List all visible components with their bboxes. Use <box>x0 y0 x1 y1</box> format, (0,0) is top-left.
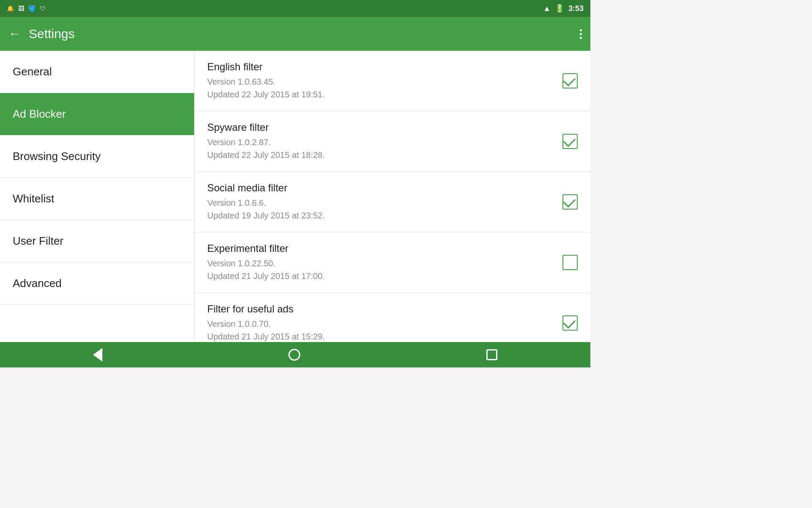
checkbox-container-social-media-filter[interactable] <box>562 194 578 210</box>
checkbox-english-filter[interactable] <box>562 73 578 88</box>
filter-item-experimental-filter: Experimental filterVersion 1.0.22.50. Up… <box>195 232 590 293</box>
filter-info-experimental-filter: Experimental filterVersion 1.0.22.50. Up… <box>207 243 554 282</box>
bucket-icon: 🪣 <box>28 5 36 12</box>
checkbox-spyware-filter[interactable] <box>562 134 578 149</box>
filter-meta-experimental-filter: Version 1.0.22.50. Updated 21 July 2015 … <box>207 257 554 282</box>
back-button[interactable]: ← <box>8 27 20 41</box>
main-content: General Ad Blocker Browsing Security Whi… <box>0 51 590 342</box>
content-panel: English filterVersion 1.0.63.45. Updated… <box>195 51 590 342</box>
home-circle-icon <box>288 349 300 361</box>
checkbox-container-experimental-filter[interactable] <box>562 255 578 270</box>
filter-name-social-media-filter: Social media filter <box>207 182 554 194</box>
sidebar-item-whitelist[interactable]: Whitelist <box>0 178 194 220</box>
sidebar-item-browsing-security[interactable]: Browsing Security <box>0 135 194 178</box>
sidebar-item-general[interactable]: General <box>0 51 194 93</box>
filter-item-spyware-filter: Spyware filterVersion 1.0.2.87. Updated … <box>195 111 590 172</box>
sidebar-item-advanced[interactable]: Advanced <box>0 262 194 305</box>
filter-meta-social-media-filter: Version 1.0.6.6. Updated 19 July 2015 at… <box>207 196 554 222</box>
shield-icon: 🛡 <box>40 5 46 12</box>
page-title: Settings <box>29 27 580 41</box>
filter-name-spyware-filter: Spyware filter <box>207 121 554 133</box>
status-bar: 🔔 🖼 🪣 🛡 ▲ 🔋 3:53 <box>0 0 590 17</box>
checkbox-useful-ads-filter[interactable] <box>562 315 578 331</box>
battery-icon: 🔋 <box>555 4 564 13</box>
filter-item-useful-ads-filter: Filter for useful adsVersion 1.0.0.70. U… <box>195 293 590 342</box>
filter-info-social-media-filter: Social media filterVersion 1.0.6.6. Upda… <box>207 182 554 222</box>
back-triangle-icon <box>93 348 102 362</box>
filter-meta-english-filter: Version 1.0.63.45. Updated 22 July 2015 … <box>207 75 554 101</box>
more-options-button[interactable] <box>580 29 582 39</box>
checkbox-container-english-filter[interactable] <box>562 73 578 88</box>
checkbox-container-spyware-filter[interactable] <box>562 134 578 149</box>
sidebar-item-user-filter[interactable]: User Filter <box>0 220 194 262</box>
bottom-nav <box>0 342 590 367</box>
nav-back-button[interactable] <box>93 348 102 362</box>
toolbar: ← Settings <box>0 17 590 51</box>
filter-item-social-media-filter: Social media filterVersion 1.0.6.6. Upda… <box>195 172 590 232</box>
filter-item-english-filter: English filterVersion 1.0.63.45. Updated… <box>195 51 590 111</box>
clock: 3:53 <box>568 4 584 13</box>
filter-info-spyware-filter: Spyware filterVersion 1.0.2.87. Updated … <box>207 121 554 161</box>
filter-info-useful-ads-filter: Filter for useful adsVersion 1.0.0.70. U… <box>207 303 554 342</box>
wifi-icon: ▲ <box>543 4 551 13</box>
filter-info-english-filter: English filterVersion 1.0.63.45. Updated… <box>207 61 554 101</box>
status-bar-left: 🔔 🖼 🪣 🛡 <box>7 5 46 12</box>
nav-recents-button[interactable] <box>486 349 497 360</box>
status-bar-right: ▲ 🔋 3:53 <box>543 4 584 13</box>
sidebar: General Ad Blocker Browsing Security Whi… <box>0 51 195 342</box>
checkbox-social-media-filter[interactable] <box>562 194 578 210</box>
checkbox-experimental-filter[interactable] <box>562 255 578 270</box>
filter-meta-useful-ads-filter: Version 1.0.0.70. Updated 21 July 2015 a… <box>207 318 554 342</box>
filter-name-experimental-filter: Experimental filter <box>207 243 554 254</box>
filter-meta-spyware-filter: Version 1.0.2.87. Updated 22 July 2015 a… <box>207 136 554 161</box>
sidebar-item-ad-blocker[interactable]: Ad Blocker <box>0 93 194 135</box>
checkbox-container-useful-ads-filter[interactable] <box>562 315 578 331</box>
notification-icon: 🔔 <box>7 5 14 12</box>
filter-name-english-filter: English filter <box>207 61 554 73</box>
image-icon: 🖼 <box>18 5 24 12</box>
filter-name-useful-ads-filter: Filter for useful ads <box>207 303 554 315</box>
nav-home-button[interactable] <box>288 349 300 361</box>
recents-square-icon <box>486 349 497 360</box>
